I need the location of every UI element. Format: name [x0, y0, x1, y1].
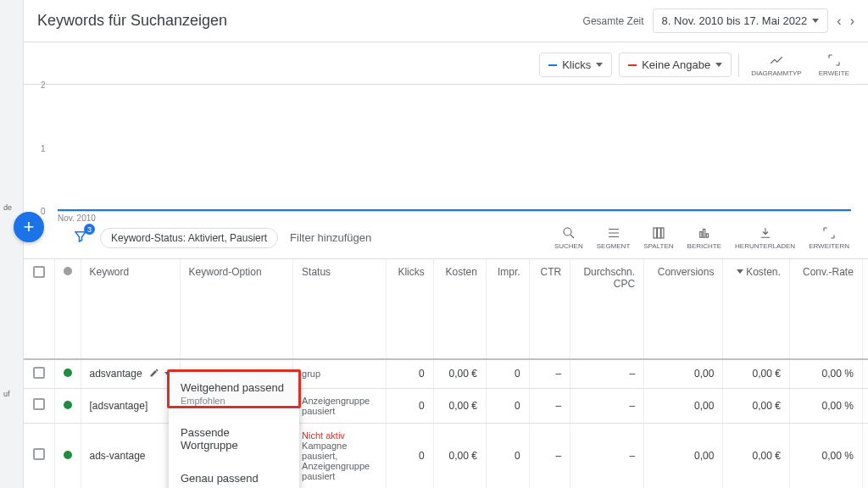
svg-rect-3 [661, 228, 664, 238]
add-filter-button[interactable]: Filter hinzufügen [290, 231, 371, 244]
data-cell: 0,00 % [789, 359, 862, 389]
segment-icon [606, 225, 621, 241]
data-cell: – [570, 359, 644, 389]
match-type-broad[interactable]: Weitgehend passend Empfohlen [169, 371, 299, 416]
data-cell: Anzeigengruppe pausiert [293, 388, 387, 423]
column-header[interactable]: Conversions [644, 259, 723, 359]
status-dot-icon [64, 401, 72, 409]
status-filter-chip[interactable]: Keyword-Status: Aktiviert, Pausiert [100, 228, 278, 248]
columns-icon [651, 225, 666, 241]
filter-bar: + 3 Keyword-Status: Aktiviert, Pausiert … [24, 217, 868, 259]
status-cell[interactable] [54, 388, 81, 423]
expand-icon [826, 53, 842, 68]
data-cell: 0,00 [644, 423, 723, 488]
chart-series-line [58, 209, 851, 211]
download-button[interactable]: HERUNTERLADEN [730, 222, 800, 253]
series-1-select[interactable]: Klicks [539, 53, 612, 77]
data-cell: 0 [486, 423, 529, 488]
column-header[interactable] [54, 259, 81, 359]
checkbox-cell[interactable] [24, 388, 54, 423]
chart-type-icon [769, 53, 784, 68]
column-header[interactable]: CTR [529, 259, 570, 359]
column-header[interactable]: Status [293, 259, 387, 359]
series-red-icon [628, 64, 637, 66]
match-type-phrase[interactable]: Passende Wortgruppe [169, 416, 299, 462]
status-cell[interactable] [54, 423, 81, 488]
data-cell: 0 [387, 388, 434, 423]
chevron-down-icon [715, 63, 722, 67]
keyword-cell[interactable]: [adsvantage] [81, 388, 180, 423]
match-type-dropdown[interactable]: Weitgehend passend Empfohlen Passende Wo… [169, 371, 299, 488]
column-header[interactable]: Klicks [387, 259, 434, 359]
svg-rect-5 [703, 230, 704, 238]
expand-icon [821, 225, 837, 241]
table-row: ads-vantageWeitgehend passendNicht aktiv… [24, 423, 868, 488]
data-cell: grup [293, 359, 387, 389]
prev-icon[interactable]: ‹ [837, 14, 841, 29]
search-button[interactable]: SUCHEN [549, 222, 588, 253]
row-checkbox[interactable] [33, 367, 45, 379]
left-nav-stub: de uf [0, 0, 24, 488]
expand-table-button[interactable]: ERWEITERN [804, 222, 854, 253]
chart-expand-button[interactable]: ERWEITE [814, 49, 854, 80]
series-2-select[interactable]: Keine Angabe [619, 53, 732, 77]
match-type-exact[interactable]: Genau passend [169, 462, 299, 488]
columns-button[interactable]: SPALTEN [638, 222, 678, 253]
date-range-picker[interactable]: 8. Nov. 2010 bis 17. Mai 2022 [653, 8, 829, 33]
data-cell: 0,00 [862, 423, 868, 488]
series-blue-icon [548, 64, 557, 66]
data-cell: – [529, 388, 570, 423]
data-cell: 0 [486, 359, 529, 389]
keywords-table: KeywordKeyword-OptionStatusKlicksKostenI… [24, 259, 868, 488]
column-header[interactable]: Conv.-Rate [789, 259, 862, 359]
status-dot-icon [64, 369, 72, 377]
keyword-cell[interactable]: ads-vantage [81, 423, 180, 488]
segment-button[interactable]: SEGMENT [592, 222, 636, 253]
data-cell: – [529, 423, 570, 488]
data-cell: 0,00 € [433, 423, 486, 488]
data-cell: – [529, 359, 570, 389]
data-cell: 0,00 [862, 388, 868, 423]
data-cell: 0,00 [644, 359, 723, 389]
search-icon [561, 225, 576, 241]
chart-area: 2 1 0 Nov. 2010 [58, 85, 851, 212]
data-cell: 0,00 [862, 359, 868, 389]
data-cell: 0 [486, 388, 529, 423]
column-header[interactable] [24, 259, 54, 359]
table-header-row: KeywordKeyword-OptionStatusKlicksKostenI… [24, 259, 868, 359]
keyword-cell[interactable]: adsvantage [81, 359, 180, 389]
data-cell: 0,00 € [433, 359, 486, 389]
data-cell: 0,00 € [723, 388, 789, 423]
row-checkbox[interactable] [33, 448, 45, 460]
download-icon [758, 225, 773, 241]
row-checkbox[interactable] [33, 398, 45, 410]
column-header[interactable]: Keyword [81, 259, 180, 359]
chart-toolbar: Klicks Keine Angabe DIAGRAMMTYP ERWEITE [24, 42, 868, 85]
add-fab-button[interactable]: + [14, 212, 44, 242]
select-all-checkbox[interactable] [33, 266, 45, 278]
status-cell[interactable] [54, 359, 81, 389]
checkbox-cell[interactable] [24, 359, 54, 389]
chart-type-button[interactable]: DIAGRAMMTYP [746, 49, 807, 80]
checkbox-cell[interactable] [24, 423, 54, 488]
filter-button[interactable]: 3 [73, 229, 88, 247]
edit-icon[interactable] [149, 368, 159, 380]
column-header[interactable]: Durchschn.CPC [570, 259, 644, 359]
data-cell: – [570, 388, 644, 423]
column-header[interactable]: Keyword-Option [180, 259, 293, 359]
svg-rect-2 [657, 228, 660, 238]
status-dot-icon [64, 451, 72, 459]
column-header[interactable]: Impr. [486, 259, 529, 359]
data-cell: 0 [387, 359, 434, 389]
column-header[interactable]: Conv.-Wert [862, 259, 868, 359]
svg-rect-1 [654, 228, 657, 238]
reports-button[interactable]: BERICHTE [682, 222, 726, 253]
svg-rect-4 [700, 232, 702, 238]
column-header[interactable]: Kosten. [723, 259, 789, 359]
next-icon[interactable]: › [850, 14, 854, 29]
data-cell: Nicht aktivKampagne pausiert, Anzeigengr… [293, 423, 387, 488]
column-header[interactable]: Kosten [433, 259, 486, 359]
table-tools: SUCHEN SEGMENT SPALTEN BERICHTE HERUNTER… [549, 222, 854, 253]
data-cell: 0,00 % [789, 388, 862, 423]
data-cell: 0 [387, 423, 434, 488]
